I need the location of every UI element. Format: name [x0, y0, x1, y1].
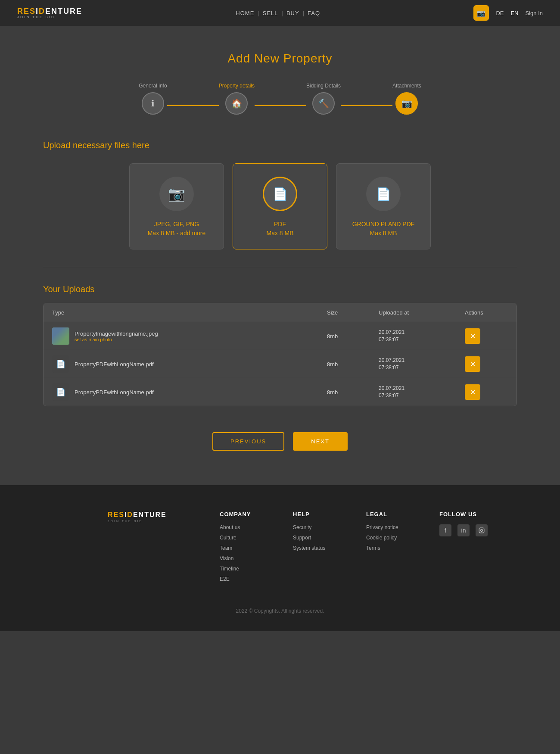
file-name-3: PropertyPDFwithLongName.pdf — [75, 389, 154, 396]
delete-button-2[interactable]: ✕ — [465, 356, 480, 372]
upload-card-ground-plan[interactable]: 📄 GROUND PLAND PDF Max 8 MB — [336, 163, 431, 249]
main-nav: HOME | SELL | BUY | FAQ — [236, 10, 320, 16]
delete-button-3[interactable]: ✕ — [465, 384, 480, 400]
footer: RESIDENTURE JOIN THE BID COMPANY About u… — [0, 485, 560, 631]
header: RESIDENTURE JOIN THE BID HOME | SELL | B… — [0, 0, 560, 26]
footer-link-cookie[interactable]: Cookie policy — [366, 535, 422, 541]
footer-social-title: FOLLOW US — [439, 511, 495, 517]
footer-link-support[interactable]: Support — [293, 535, 349, 541]
lang-en-button[interactable]: EN — [510, 10, 518, 16]
svg-rect-0 — [479, 528, 484, 533]
file-thumb-img — [52, 327, 69, 345]
file-thumb-3: 📄 — [52, 383, 69, 401]
file-sub-1: set as main photo — [75, 337, 158, 342]
upload-cards: 📷 JPEG, GIF, PNG Max 8 MB - add more 📄 P… — [17, 163, 543, 249]
form-buttons: PREVIOUS NEXT — [17, 432, 543, 451]
col-actions: Actions — [465, 309, 508, 316]
attachments-icon: 📷 — [401, 98, 412, 109]
footer-logo: RESIDENTURE JOIN THE BID — [108, 511, 185, 586]
footer-link-security[interactable]: Security — [293, 524, 349, 530]
pdf-upload-icon: 📄 — [273, 187, 288, 201]
footer-link-timeline[interactable]: Timeline — [220, 566, 276, 572]
home-icon: 🏠 — [231, 98, 242, 109]
close-icon: ✕ — [470, 332, 476, 340]
footer-copyright: 2022 © Copyrights. All rights reserved. — [17, 608, 543, 614]
file-date-2: 20.07.2021 07:38:07 — [379, 357, 465, 371]
upload-card-images-icon-wrap: 📷 — [159, 177, 194, 211]
gavel-icon: 🔨 — [318, 98, 329, 109]
ground-plan-upload-icon: 📄 — [376, 187, 391, 201]
camera-upload-icon: 📷 — [168, 186, 185, 202]
col-type: Type — [52, 309, 327, 316]
nav-sell[interactable]: SELL — [263, 10, 278, 16]
uploads-section: Your Uploads Type Size Uploaded at Actio… — [43, 284, 517, 406]
svg-point-2 — [483, 529, 483, 529]
next-button[interactable]: NEXT — [293, 432, 348, 451]
footer-legal-title: LEGAL — [366, 511, 422, 517]
upload-card-pdf[interactable]: 📄 PDF Max 8 MB — [233, 163, 327, 249]
footer-top: RESIDENTURE JOIN THE BID COMPANY About u… — [17, 511, 543, 586]
camera-button[interactable]: 📷 — [473, 5, 489, 21]
step-general-info-circle: ℹ — [142, 92, 164, 115]
previous-button[interactable]: PREVIOUS — [212, 432, 284, 451]
footer-link-vision[interactable]: Vision — [220, 555, 276, 561]
table-row: 📄 PropertyPDFwithLongName.pdf 8mb 20.07.… — [44, 378, 516, 406]
col-size: Size — [327, 309, 379, 316]
nav-buy[interactable]: BUY — [286, 10, 299, 16]
footer-link-about[interactable]: About us — [220, 524, 276, 530]
nav-faq[interactable]: FAQ — [308, 10, 320, 16]
footer-social-links: f in — [439, 524, 495, 536]
pdf-row-icon-2: 📄 — [56, 387, 65, 397]
file-date-1: 20.07.2021 07:38:07 — [379, 329, 465, 343]
upload-section-title: Upload necessary files here — [43, 140, 543, 150]
instagram-icon[interactable] — [476, 524, 488, 536]
upload-card-ground-plan-icon-wrap: 📄 — [366, 177, 401, 211]
footer-link-system-status[interactable]: System status — [293, 545, 349, 551]
table-row: PropertyImagewithlongname.jpeg set as ma… — [44, 322, 516, 350]
file-size-3: 8mb — [327, 389, 379, 396]
nav-home[interactable]: HOME — [236, 10, 254, 16]
step-general-info-label: General info — [139, 83, 167, 89]
upload-card-ground-plan-type: GROUND PLAND PDF Max 8 MB — [352, 220, 415, 238]
step-line-3 — [341, 105, 392, 106]
footer-col-legal: LEGAL Privacy notice Cookie policy Terms — [366, 511, 422, 586]
signin-button[interactable]: Sign In — [526, 10, 543, 16]
step-property-details-circle: 🏠 — [225, 92, 248, 115]
delete-button-1[interactable]: ✕ — [465, 328, 480, 344]
footer-link-terms[interactable]: Terms — [366, 545, 422, 551]
logo: RESIDENTURE JOIN THE BID — [17, 7, 82, 19]
file-name-2: PropertyPDFwithLongName.pdf — [75, 361, 154, 368]
file-cell-2: 📄 PropertyPDFwithLongName.pdf — [52, 355, 327, 373]
file-name-1: PropertyImagewithlongname.jpeg — [75, 330, 158, 337]
step-general-info: General info ℹ — [139, 83, 167, 115]
step-property-details: Property details 🏠 — [219, 83, 255, 115]
svg-point-1 — [481, 530, 483, 532]
file-info-2: PropertyPDFwithLongName.pdf — [75, 361, 154, 368]
footer-company-title: COMPANY — [220, 511, 276, 517]
step-attachments-circle: 📷 — [395, 92, 418, 115]
camera-icon: 📷 — [477, 9, 485, 17]
step-attachments-label: Attachments — [392, 83, 421, 89]
footer-link-team[interactable]: Team — [220, 545, 276, 551]
footer-link-privacy[interactable]: Privacy notice — [366, 524, 422, 530]
linkedin-icon[interactable]: in — [457, 524, 470, 536]
close-icon: ✕ — [470, 388, 476, 396]
step-bidding-details-circle: 🔨 — [312, 92, 335, 115]
file-info-3: PropertyPDFwithLongName.pdf — [75, 389, 154, 396]
upload-card-images-type: JPEG, GIF, PNG Max 8 MB - add more — [148, 220, 206, 238]
file-info-1: PropertyImagewithlongname.jpeg set as ma… — [75, 330, 158, 342]
col-uploaded: Uploaded at — [379, 309, 465, 316]
page-title: Add New Property — [17, 52, 543, 65]
step-bidding-details: Bidding Details 🔨 — [306, 83, 341, 115]
table-row: 📄 PropertyPDFwithLongName.pdf 8mb 20.07.… — [44, 350, 516, 378]
lang-de-button[interactable]: DE — [496, 10, 504, 16]
footer-link-culture[interactable]: Culture — [220, 535, 276, 541]
footer-link-e2e[interactable]: E2E — [220, 576, 276, 582]
uploads-table: Type Size Uploaded at Actions PropertyIm… — [43, 303, 517, 406]
step-line-2 — [255, 105, 306, 106]
facebook-icon[interactable]: f — [439, 524, 451, 536]
upload-card-pdf-type: PDF Max 8 MB — [266, 220, 293, 238]
upload-card-images[interactable]: 📷 JPEG, GIF, PNG Max 8 MB - add more — [129, 163, 224, 249]
footer-col-company: COMPANY About us Culture Team Vision Tim… — [220, 511, 276, 586]
stepper: General info ℹ Property details 🏠 Biddin… — [17, 83, 543, 115]
